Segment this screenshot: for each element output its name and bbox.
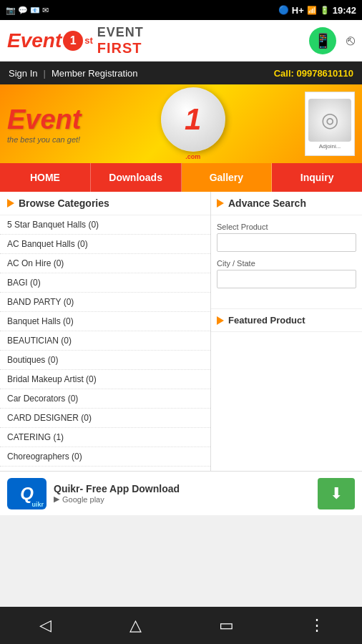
quikr-logo: Q uikr xyxy=(7,478,47,509)
category-item[interactable]: Boutiques (0) xyxy=(0,351,210,370)
home-button[interactable]: △ xyxy=(118,611,154,640)
category-item[interactable]: Banquet Halls (0) xyxy=(0,312,210,331)
category-item[interactable]: Costumes On Hire (0) xyxy=(0,467,210,469)
banner-ad-label: Adjoini... xyxy=(319,143,341,150)
status-left: 📷 💬 📧 ✉ xyxy=(6,6,49,15)
select-product-input[interactable] xyxy=(217,233,356,252)
banner-badge-num: 1 xyxy=(185,102,201,137)
category-item[interactable]: Choreographers (0) xyxy=(0,447,210,467)
logo-event-text: Event xyxy=(7,29,62,52)
right-panel: Advance Search Select Product City / Sta… xyxy=(211,192,362,471)
signin-left: Sign In | Member Registration xyxy=(9,68,138,79)
whatsapp-icon: 📱 xyxy=(314,32,332,49)
browse-panel: Browse Categories 5 Star Banquet Halls (… xyxy=(0,192,211,471)
status-bar: 📷 💬 📧 ✉ 🔵 H+ 📶 🔋 19:42 xyxy=(0,0,362,20)
logo-badge: 1 xyxy=(63,31,83,51)
header-icons: 📱 ⎋ xyxy=(309,27,355,54)
city-state-input[interactable] xyxy=(217,270,356,288)
category-item[interactable]: CATERING (1) xyxy=(0,428,210,447)
nav-downloads[interactable]: Downloads xyxy=(91,163,182,192)
select-product-row: Select Product xyxy=(217,223,356,252)
category-item[interactable]: BAND PARTY (0) xyxy=(0,293,210,312)
advance-search-title: Advance Search xyxy=(228,197,306,209)
logo-right-first: FIRST xyxy=(97,40,144,57)
browse-panel-title: Browse Categories xyxy=(19,197,109,209)
google-play-label: Google play xyxy=(62,495,104,504)
logo-st-text: st xyxy=(84,35,93,46)
main-content: Browse Categories 5 Star Banquet Halls (… xyxy=(0,192,362,471)
banner-ad-inner: ◎ xyxy=(308,99,351,142)
back-icon: ◁ xyxy=(39,616,52,635)
download-button[interactable]: ⬇ xyxy=(318,478,355,509)
more-icon: ⋮ xyxy=(309,616,325,635)
browse-arrow-icon xyxy=(7,199,14,208)
category-item[interactable]: BAGI (0) xyxy=(0,273,210,293)
nav-gallery[interactable]: Gallery xyxy=(182,163,273,192)
advance-search-arrow-icon xyxy=(217,199,224,208)
browse-panel-header: Browse Categories xyxy=(0,192,210,215)
banner-event-text: Event xyxy=(7,104,81,135)
banner-tagline: the best you can get! xyxy=(7,135,81,144)
ad-text: Quikr- Free App Download ▶ Google play xyxy=(54,483,310,504)
logo-right: EVENT FIRST xyxy=(97,25,144,57)
bluetooth-icon: 🔵 xyxy=(278,5,289,15)
download-icon: ⬇ xyxy=(330,484,343,503)
signin-bar: Sign In | Member Registration Call: 0997… xyxy=(0,62,362,84)
category-item[interactable]: AC Banquet Halls (0) xyxy=(0,235,210,254)
recent-button[interactable]: ▭ xyxy=(208,611,244,640)
banner: Event the best you can get! 1 .com ◎ Adj… xyxy=(0,84,362,163)
header: Event 1 st EVENT FIRST 📱 ⎋ xyxy=(0,20,362,62)
carrier-label: H+ xyxy=(292,5,304,16)
ad-banner[interactable]: Q uikr Quikr- Free App Download ▶ Google… xyxy=(0,471,362,515)
category-item[interactable]: 5 Star Banquet Halls (0) xyxy=(0,215,210,235)
battery-icon: 🔋 xyxy=(320,6,330,15)
advance-search-header: Advance Search xyxy=(211,192,362,215)
featured-header: Featured Product xyxy=(211,308,362,332)
signal-icon: 📶 xyxy=(307,6,317,15)
select-product-label: Select Product xyxy=(217,223,356,231)
category-list: 5 Star Banquet Halls (0) AC Banquet Hall… xyxy=(0,215,210,469)
navbar: HOME Downloads Gallery Inquiry xyxy=(0,163,362,192)
back-button[interactable]: ◁ xyxy=(27,611,63,640)
ad-subtitle: ▶ Google play xyxy=(54,494,310,504)
banner-dotcom: .com xyxy=(185,153,200,160)
search-form: Select Product City / State xyxy=(211,215,362,303)
whatsapp-button[interactable]: 📱 xyxy=(309,27,336,54)
category-item[interactable]: Car Decorators (0) xyxy=(0,389,210,409)
category-item[interactable]: CARD DESIGNER (0) xyxy=(0,409,210,428)
nav-inquiry[interactable]: Inquiry xyxy=(272,163,362,192)
quikr-label: uikr xyxy=(31,501,44,508)
signin-divider: | xyxy=(43,68,45,79)
category-item[interactable]: Bridal Makeup Artist (0) xyxy=(0,370,210,389)
city-state-label: City / State xyxy=(217,259,356,268)
notification-icons: 📷 💬 📧 ✉ xyxy=(6,6,49,15)
banner-logo: Event the best you can get! xyxy=(7,104,81,144)
nav-home[interactable]: HOME xyxy=(0,163,91,192)
status-right: 🔵 H+ 📶 🔋 19:42 xyxy=(278,5,356,16)
city-state-row: City / State xyxy=(217,259,356,288)
member-reg-link[interactable]: Member Registration xyxy=(52,68,138,79)
banner-ad: ◎ Adjoini... xyxy=(305,92,355,156)
category-item[interactable]: BEAUTICIAN (0) xyxy=(0,331,210,351)
banner-center: 1 .com xyxy=(161,87,225,160)
recent-icon: ▭ xyxy=(219,616,234,635)
featured-arrow-icon xyxy=(217,316,224,325)
bottom-nav: ◁ △ ▭ ⋮ xyxy=(0,607,362,644)
featured-title: Featured Product xyxy=(228,315,305,326)
share-button[interactable]: ⎋ xyxy=(346,32,355,49)
banner-ad-icon: ◎ xyxy=(321,108,338,132)
time-label: 19:42 xyxy=(333,5,356,16)
signin-link[interactable]: Sign In xyxy=(9,68,37,79)
more-button[interactable]: ⋮ xyxy=(299,611,335,640)
logo-right-event: EVENT xyxy=(97,25,144,40)
banner-circle: 1 xyxy=(161,87,225,152)
google-play-icon: ▶ xyxy=(54,494,59,504)
ad-title: Quikr- Free App Download xyxy=(54,483,310,494)
home-icon: △ xyxy=(129,616,142,635)
logo-area: Event 1 st EVENT FIRST xyxy=(7,25,144,57)
category-item[interactable]: AC On Hire (0) xyxy=(0,254,210,273)
call-text: Call: 09978610110 xyxy=(274,68,353,79)
share-icon: ⎋ xyxy=(346,32,355,48)
